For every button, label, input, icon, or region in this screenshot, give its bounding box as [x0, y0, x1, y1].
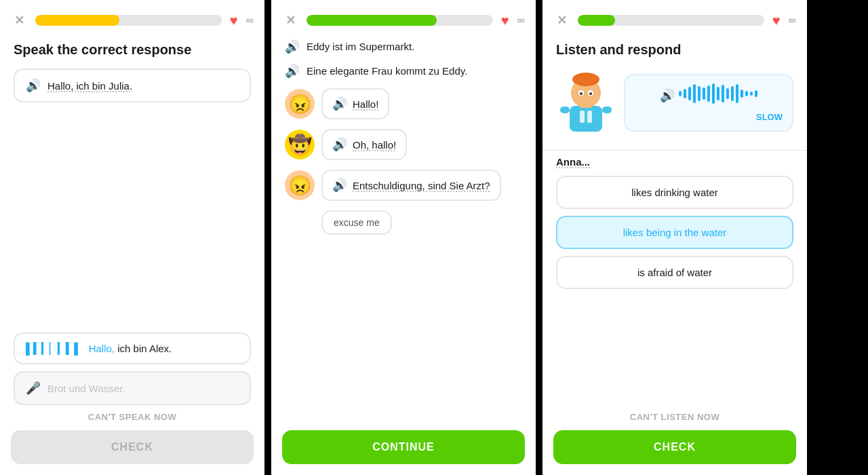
- panel1-waveform-icon: ▌▍▎▏▎▍▌: [26, 342, 82, 355]
- panel-listen: ✕ ♥ ∞ Listen and respond: [542, 0, 807, 475]
- panel2-tooltip: excuse me: [321, 210, 392, 235]
- panel2-heart-icon: ♥: [501, 13, 509, 28]
- panel3-option3[interactable]: is afraid of water: [556, 256, 793, 289]
- panel3-option2[interactable]: likes being in the water: [556, 216, 793, 249]
- panel1-highlight: Hallo,: [89, 343, 115, 354]
- panel3-heart-icon: ♥: [772, 13, 781, 28]
- panel3-wave-bars: [679, 83, 757, 104]
- panel1-progress-fill: [35, 15, 119, 26]
- panel1-progress-bar: [35, 15, 222, 26]
- panel3-check-button[interactable]: CHECK: [553, 430, 796, 464]
- panel1-title: Speak the correct response: [0, 37, 264, 69]
- panel3-header: ✕ ♥ ∞: [542, 0, 807, 37]
- panel1-infinity-icon: ∞: [246, 14, 254, 26]
- panel3-slow-label[interactable]: SLOW: [756, 112, 783, 122]
- panel2-continue-button[interactable]: CONTINUE: [282, 430, 525, 464]
- svg-rect-10: [560, 107, 570, 113]
- panel2-chat-text3: Entschuldigung, sind Sie Arzt?: [353, 180, 490, 191]
- panel1-prompt-bubble[interactable]: 🔊 Hallo, ich bin Julia.: [14, 69, 251, 102]
- panel2-avatar1: 😠: [285, 89, 315, 119]
- panel1-prompt-text: Hallo, ich bin Julia.: [47, 80, 132, 92]
- panel2-sound-icon2[interactable]: 🔊: [285, 64, 300, 79]
- svg-point-7: [589, 92, 592, 95]
- panel1-check-button[interactable]: CHECK: [11, 430, 254, 464]
- panel1-cant-speak[interactable]: CAN'T SPEAK NOW: [0, 412, 264, 430]
- panel2-chat-sound2[interactable]: 🔊: [332, 137, 347, 152]
- panel3-divider: [542, 150, 807, 151]
- panel3-title: Listen and respond: [542, 37, 807, 69]
- panel2-avatar2: 🤠: [285, 130, 315, 159]
- panel2-chat-bubble2[interactable]: 🔊 Oh, hallo!: [321, 129, 407, 160]
- panel2-sound-icon1[interactable]: 🔊: [285, 39, 300, 54]
- panel2-chat-text1: Hallo!: [353, 98, 378, 110]
- panel1-mic-input[interactable]: 🎤 Brot und Wasser.: [14, 371, 251, 405]
- panel1-mic-placeholder: Brot und Wasser.: [47, 383, 125, 394]
- svg-rect-11: [602, 107, 612, 113]
- panel2-progress-bar: [307, 15, 493, 26]
- panel2-chat-row2: 🤠 🔊 Oh, hallo!: [285, 129, 522, 160]
- panel2-infinity-icon: ∞: [517, 14, 525, 26]
- svg-rect-8: [580, 111, 585, 123]
- panel3-cant-listen[interactable]: CAN'T LISTEN NOW: [542, 412, 807, 430]
- panel2-chat-row3: 😠 🔊 Entschuldigung, sind Sie Arzt?: [285, 170, 522, 201]
- panel3-illustration: 🔊: [542, 69, 807, 147]
- panel2-progress-fill: [307, 15, 437, 26]
- panel3-option1[interactable]: likes drinking water: [556, 176, 793, 209]
- panel-chat: ✕ ♥ ∞ 🔊 Eddy ist im Supermarkt. 🔊 Eine e…: [271, 0, 536, 475]
- panel1-response-text: Hallo, ich bin Alex.: [89, 343, 172, 354]
- panel3-close-button[interactable]: ✕: [553, 12, 570, 28]
- panel2-header: ✕ ♥ ∞: [271, 0, 536, 37]
- panel2-chat-text2: Oh, hallo!: [353, 139, 396, 151]
- panel2-sentence2-text: Eine elegante Frau kommt zu Eddy.: [307, 64, 467, 77]
- panel2-sentence1: 🔊 Eddy ist im Supermarkt.: [285, 39, 522, 54]
- svg-rect-0: [570, 106, 602, 132]
- panel2-chat-row1: 😠 🔊 Hallo!: [285, 88, 522, 119]
- panel1-mic-icon: 🎤: [26, 381, 41, 396]
- panel2-chat-sound1[interactable]: 🔊: [332, 96, 347, 111]
- panel1-header: ✕ ♥ ∞: [0, 0, 264, 37]
- panel2-chat-sound3[interactable]: 🔊: [332, 178, 347, 193]
- panel2-close-button[interactable]: ✕: [282, 12, 298, 28]
- panel1-response-bubble: ▌▍▎▏▎▍▌ Hallo, ich bin Alex.: [14, 332, 251, 364]
- panel2-avatar3: 😠: [285, 170, 315, 200]
- panel2-chat-bubble3[interactable]: 🔊 Entschuldigung, sind Sie Arzt?: [321, 170, 501, 201]
- panel3-infinity-icon: ∞: [789, 14, 796, 26]
- panel2-chat-bubble1[interactable]: 🔊 Hallo!: [321, 88, 389, 119]
- panel1-response-rest: ich bin Alex.: [115, 343, 172, 354]
- panel2-sentence1-text: Eddy ist im Supermarkt.: [307, 39, 414, 52]
- panel3-audio-wave-box[interactable]: 🔊: [624, 74, 793, 132]
- panel2-content: 🔊 Eddy ist im Supermarkt. 🔊 Eine elegant…: [271, 37, 536, 430]
- panel3-anna-label: Anna...: [542, 153, 807, 176]
- panel2-sentence2: 🔊 Eine elegante Frau kommt zu Eddy.: [285, 64, 522, 79]
- svg-point-3: [572, 73, 599, 86]
- panel3-progress-bar: [578, 15, 764, 26]
- panel1-close-button[interactable]: ✕: [11, 12, 27, 28]
- panel1-sound-icon[interactable]: 🔊: [26, 78, 41, 93]
- panel3-character: [556, 69, 616, 136]
- svg-point-6: [580, 92, 583, 95]
- panel3-progress-fill: [578, 15, 615, 26]
- svg-rect-9: [587, 111, 592, 123]
- panel1-heart-icon: ♥: [230, 13, 238, 28]
- panel3-audio-icon: 🔊: [660, 88, 675, 103]
- panel-speak: ✕ ♥ ∞ Speak the correct response 🔊 Hallo…: [0, 0, 264, 475]
